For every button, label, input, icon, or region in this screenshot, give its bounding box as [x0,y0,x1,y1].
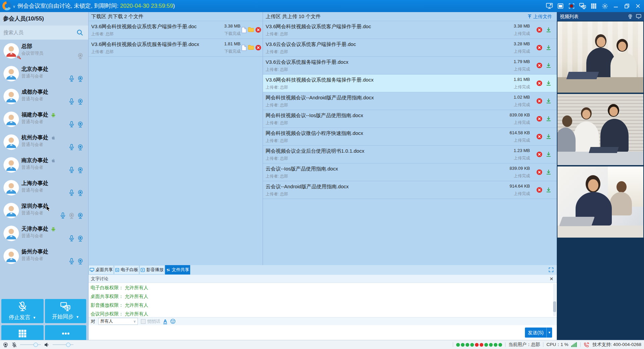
search-icon[interactable] [76,29,84,36]
chevron-down-icon[interactable]: ▼ [33,316,36,319]
extend-monitor-icon[interactable] [545,2,553,10]
participant-row[interactable]: 总部会议管理员 [0,40,88,62]
whisper-checkbox[interactable] [141,319,146,324]
screen-sync-icon[interactable] [579,2,587,10]
minimize-button[interactable] [612,2,620,10]
tab-media-play[interactable]: 影音播放 [140,265,165,275]
scrollbar-thumb[interactable] [553,301,556,312]
upload-file-row[interactable]: 网会科技视频会议微信小程序快速指南.docx 上传者: 总部 614.58 KB… [263,128,557,146]
cancel-upload-icon[interactable] [536,169,542,175]
upload-file-row[interactable]: 网会科技视频会议--Ios版产品使用指南.docx 上传者: 总部 839.08… [263,110,557,128]
settings-icon[interactable] [601,2,609,10]
video-thumbnail[interactable] [557,21,643,93]
tab-whiteboard[interactable]: 电子白板 [114,265,139,275]
upload-file-row[interactable]: V3.6云会议系统服务端操作手册.docx 上传者: 总部 1.79 MB 上传… [263,57,557,74]
window-mode-icon[interactable] [556,2,565,10]
mic-icon[interactable] [68,121,75,128]
participant-row[interactable]: 杭州办事处普通与会者 [0,131,88,154]
font-style-button[interactable]: A [163,319,167,324]
download-icon[interactable] [546,80,551,86]
mic-icon[interactable] [68,189,75,196]
upload-file-link[interactable]: 上传文件 [527,12,552,21]
webcam-icon[interactable] [77,190,84,196]
emoji-button[interactable] [170,318,176,324]
whisper-option[interactable]: 悄悄话 [141,318,160,325]
speaker-icon[interactable] [44,342,50,348]
cancel-upload-icon[interactable] [536,151,542,157]
stop-speaking-button[interactable]: 停止发言▼ [1,299,44,323]
tab-desktop-share[interactable]: 桌面共享 [89,265,114,275]
mic-icon[interactable] [68,98,75,105]
send-button[interactable]: 发送(S) ▼ [525,328,552,338]
webcam-icon[interactable] [77,121,84,128]
open-file-icon[interactable] [241,27,247,33]
participant-row[interactable]: 天津办事处普通与会者 [0,222,88,245]
participant-row[interactable]: 深圳办事处普通与会者 [0,199,88,222]
participant-row[interactable]: 上海办事处普通与会者 [0,177,88,199]
cancel-upload-icon[interactable] [536,187,542,193]
download-icon[interactable] [546,45,551,51]
mic-icon[interactable] [68,258,75,265]
grid-layout-icon[interactable] [590,2,598,10]
participant-row[interactable]: 福建办事处普通与会者 [0,108,88,131]
cancel-upload-icon[interactable] [536,134,542,140]
cancel-upload-icon[interactable] [536,45,542,51]
mic-volume-slider[interactable] [20,344,41,345]
webcam-icon[interactable] [77,76,84,82]
cancel-upload-icon[interactable] [536,116,542,122]
send-options-arrow[interactable]: ▼ [546,328,552,338]
download-file-row[interactable]: V3.6网会科技视频会议系统客户端操作手册.doc 上传者: 总部 3.38 M… [89,21,263,39]
mic-icon[interactable] [68,166,75,173]
participant-row[interactable]: 扬州办事处普通与会者 [0,245,88,268]
cancel-upload-icon[interactable] [536,62,542,68]
record-icon[interactable] [568,2,576,10]
upload-file-row[interactable]: V3.6网会科技视频会议系统客户端操作手册.doc 上传者: 总部 3.38 M… [263,21,557,39]
open-folder-icon[interactable] [248,45,254,51]
video-thumbnail[interactable] [557,166,643,238]
expand-icon[interactable] [548,267,554,272]
upload-file-row[interactable]: V3.6云会议会议系统客户端操作手册.doc 上传者: 总部 3.28 MB 上… [263,39,557,57]
webcam-icon[interactable] [77,144,84,151]
upload-file-row[interactable]: 云会议--Ios版产品使用指南.docx 上传者: 总部 839.09 KB 上… [263,163,557,181]
download-icon[interactable] [546,116,551,122]
close-icon[interactable]: ✕ [549,275,553,283]
webcam-status-icon[interactable] [3,342,8,348]
display-mode-icon[interactable] [636,13,642,19]
chevron-down-icon[interactable]: ▼ [76,315,79,319]
camera-icon[interactable] [627,13,633,19]
upload-file-row[interactable]: 云会议--Android版产品使用指南.docx 上传者: 总部 914.64 … [263,181,557,199]
download-icon[interactable] [546,134,551,140]
cancel-upload-icon[interactable] [536,80,542,86]
upload-file-row[interactable]: V3.6网会科技视频会议系统服务端操作手册.docx 上传者: 总部 1.81 … [263,74,557,92]
participant-row[interactable]: 北京办事处普通与会者 [0,62,88,85]
participant-row[interactable]: 成都办事处普通与会者 [0,85,88,108]
download-icon[interactable] [546,187,551,193]
webcam-icon[interactable] [77,235,84,242]
mic-muted-icon[interactable] [11,342,17,348]
mic-icon[interactable] [60,212,66,219]
webcam-disabled-icon[interactable] [77,53,84,59]
restore-button[interactable] [623,2,631,10]
delete-icon[interactable] [255,27,261,33]
download-icon[interactable] [546,98,551,104]
delete-icon[interactable] [255,45,261,51]
webcam-icon[interactable] [77,98,84,105]
mic-icon[interactable] [68,144,75,151]
upload-file-row[interactable]: 网会科技视频会议--Android版产品使用指南.docx 上传者: 总部 1.… [263,92,557,110]
participant-row[interactable]: 南京办事处普通与会者 [0,154,88,177]
message-input-area[interactable] [89,325,557,340]
download-icon[interactable] [546,62,551,68]
tab-file-share[interactable]: 文件共享 [165,265,190,275]
cancel-upload-icon[interactable] [536,98,542,104]
chevron-down-icon[interactable]: ∨ [13,4,15,9]
cancel-upload-icon[interactable] [536,27,542,33]
speaker-volume-slider[interactable] [53,344,73,345]
webcam-icon[interactable] [77,167,84,173]
open-folder-icon[interactable] [248,27,254,33]
search-participants-input[interactable]: 搜索人员 [0,26,88,40]
webcam-disabled-icon[interactable] [68,212,75,219]
mic-icon[interactable] [68,75,75,82]
webcam-icon[interactable] [77,258,84,265]
upload-file-row[interactable]: 网会视频会议企业后台使用说明书1.0.1.docx 上传者: 总部 1.23 M… [263,146,557,163]
mic-icon[interactable] [68,235,75,242]
